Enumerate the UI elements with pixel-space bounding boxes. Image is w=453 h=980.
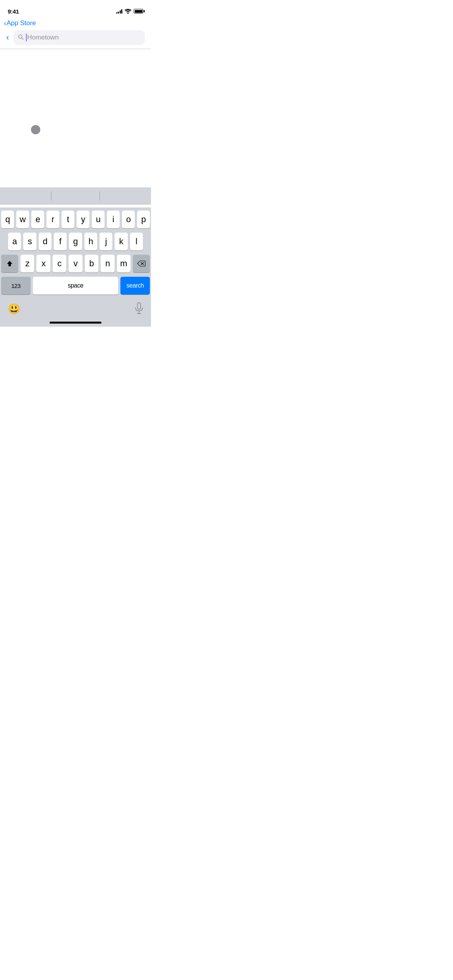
key-d[interactable]: d <box>39 233 51 250</box>
search-placeholder: Hometown <box>27 34 58 41</box>
search-icon <box>18 34 24 41</box>
search-back-button[interactable]: ‹ <box>6 33 9 43</box>
key-u[interactable]: u <box>92 211 105 228</box>
microphone-button[interactable] <box>135 302 143 316</box>
svg-rect-5 <box>137 303 141 309</box>
main-content <box>0 49 151 188</box>
key-q[interactable]: q <box>1 211 14 228</box>
key-z[interactable]: z <box>21 255 34 272</box>
key-backspace[interactable] <box>133 255 150 272</box>
key-g[interactable]: g <box>69 233 82 250</box>
home-indicator <box>0 322 151 327</box>
search-input[interactable]: Hometown <box>26 34 58 41</box>
key-r[interactable]: r <box>46 211 59 228</box>
keyboard[interactable]: q w e r t y u i o p a s d f g h j k l <box>0 207 151 300</box>
key-m[interactable]: m <box>117 255 130 272</box>
signal-icon <box>116 9 123 14</box>
app-store-back-label[interactable]: App Store <box>7 19 36 27</box>
key-h[interactable]: h <box>84 233 97 250</box>
key-y[interactable]: y <box>77 211 89 228</box>
key-o[interactable]: o <box>122 211 135 228</box>
home-bar <box>50 322 101 324</box>
keyboard-row-2: a s d f g h j k l <box>1 233 150 250</box>
search-bar[interactable]: Hometown <box>14 30 145 45</box>
emoji-button[interactable]: 😃 <box>8 303 20 315</box>
key-j[interactable]: j <box>100 233 112 250</box>
svg-line-2 <box>22 38 24 39</box>
loading-indicator <box>31 125 40 134</box>
battery-icon <box>134 9 143 14</box>
key-l[interactable]: l <box>130 233 143 250</box>
key-t[interactable]: t <box>62 211 74 228</box>
screen: 9:41 ‹ App Store <box>0 0 151 327</box>
key-shift[interactable] <box>1 255 18 272</box>
key-c[interactable]: c <box>53 255 66 272</box>
key-k[interactable]: k <box>115 233 127 250</box>
keyboard-suggestions-bar <box>0 187 151 204</box>
key-a[interactable]: a <box>8 233 21 250</box>
key-i[interactable]: i <box>107 211 120 228</box>
keyboard-bottom-bar: 😃 <box>0 300 151 322</box>
key-n[interactable]: n <box>101 255 114 272</box>
keyboard-row-1: q w e r t y u i o p <box>1 211 150 228</box>
key-s[interactable]: s <box>23 233 36 250</box>
app-store-back-row: ‹ App Store <box>0 17 151 28</box>
key-p[interactable]: p <box>137 211 150 228</box>
status-icons <box>116 9 144 14</box>
status-time: 9:41 <box>8 8 19 15</box>
suggestion-divider-right <box>100 191 100 200</box>
text-cursor <box>26 34 27 41</box>
key-x[interactable]: x <box>36 255 50 272</box>
key-b[interactable]: b <box>85 255 98 272</box>
search-area: ‹ Hometown <box>0 28 151 49</box>
wifi-icon <box>125 9 131 14</box>
key-w[interactable]: w <box>16 211 29 228</box>
key-e[interactable]: e <box>31 211 44 228</box>
key-v[interactable]: v <box>69 255 82 272</box>
key-numbers[interactable]: 123 <box>1 277 31 295</box>
keyboard-row-4: 123 space search <box>1 277 150 295</box>
keyboard-row-3: z x c v b n m <box>1 255 150 272</box>
app-store-back-chevron: ‹ <box>4 19 6 27</box>
key-f[interactable]: f <box>54 233 67 250</box>
suggestion-divider-left <box>51 191 51 200</box>
key-search[interactable]: search <box>120 277 150 295</box>
key-space[interactable]: space <box>33 277 118 295</box>
svg-point-0 <box>127 13 129 14</box>
svg-point-1 <box>19 35 22 38</box>
status-bar: 9:41 <box>0 0 151 17</box>
